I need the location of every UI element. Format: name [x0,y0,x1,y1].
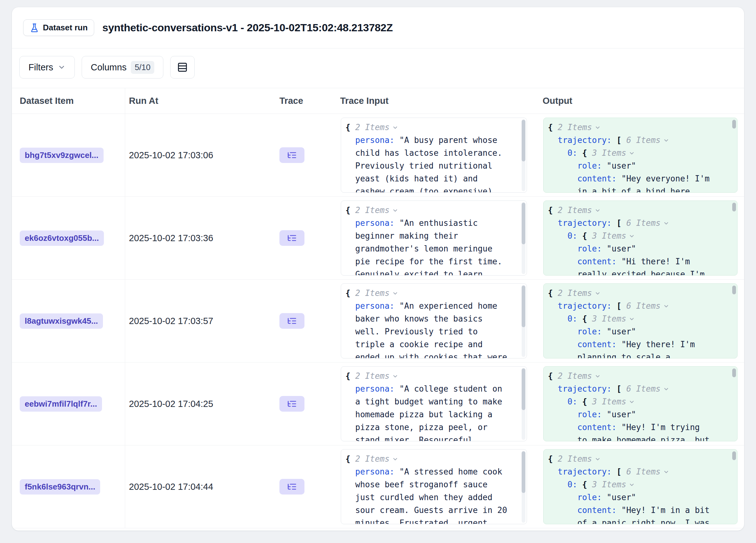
collapse-chevron-icon[interactable] [595,290,601,296]
collapse-chevron-icon[interactable] [392,208,398,214]
scrollbar-thumb[interactable] [732,120,736,129]
trace-view-button[interactable] [279,479,304,494]
table-row: bhg7t5xv9zgwcel... 2025-10-02 17:03:06 {… [12,114,744,197]
filters-button-label: Filters [28,62,53,73]
dataset-item-link[interactable]: f5nk6lse963qrvn... [20,479,100,494]
collapse-chevron-icon[interactable] [392,373,398,379]
collapse-chevron-icon[interactable] [663,220,669,227]
json-line: triple a cookie recipe and [345,338,516,351]
scrollbar-thumb[interactable] [732,451,736,460]
filters-button[interactable]: Filters [19,56,75,79]
output-cell: { 2 Itemstrajectory: [ 6 Items0: { 3 Ite… [543,362,744,445]
output-json-panel[interactable]: { 2 Itemstrajectory: [ 6 Items0: { 3 Ite… [543,366,738,441]
collapse-chevron-icon[interactable] [629,150,635,156]
run-at-value: 2025-10-02 17:03:36 [129,233,213,243]
column-header-dataset-item: Dataset Item [12,88,125,114]
output-json-panel[interactable]: { 2 Itemstrajectory: [ 6 Items0: { 3 Ite… [543,449,738,524]
row-height-button[interactable] [170,56,195,79]
trace-input-json-panel[interactable]: { 2 Itemspersona: "A busy parent whosech… [341,118,527,193]
trace-input-cell: { 2 Itemspersona: "A college student ona… [340,362,543,445]
json-line: trajectory: [ 6 Items [548,382,727,395]
list-tree-icon [287,316,297,326]
scrollbar-track [732,119,736,191]
scrollbar-thumb[interactable] [522,368,525,410]
scrollbar-track [732,285,736,357]
trace-view-button[interactable] [279,147,304,163]
column-header-trace: Trace [279,96,340,106]
scrollbar-thumb[interactable] [732,285,736,294]
collapse-chevron-icon[interactable] [392,456,398,462]
json-viewer: { 2 Itemstrajectory: [ 6 Items0: { 3 Ite… [548,287,727,358]
json-line: persona: "An enthusiastic [345,217,516,230]
scrollbar-thumb[interactable] [522,120,525,161]
scrollbar-track [522,119,525,191]
collapse-chevron-icon[interactable] [595,373,601,379]
collapse-chevron-icon[interactable] [663,386,669,392]
trace-input-json-panel[interactable]: { 2 Itemspersona: "An enthusiasticbeginn… [341,201,527,275]
scrollbar-thumb[interactable] [522,451,525,493]
json-line: pie recipe for the first time. [345,255,516,268]
json-line: grandmother's lemon meringue [345,243,516,255]
columns-button-label: Columns [91,62,126,73]
json-line: { 2 Items [345,121,516,134]
collapse-chevron-icon[interactable] [595,456,601,462]
json-line: planning to scale a [548,351,727,358]
dataset-item-link[interactable]: bhg7t5xv9zgwcel... [20,148,104,163]
scrollbar-thumb[interactable] [732,203,736,212]
collapse-chevron-icon[interactable] [663,303,669,309]
trace-input-json-panel[interactable]: { 2 Itemspersona: "A stressed home cookw… [341,449,527,524]
json-line: content: "Hey! I'm trying [548,421,727,434]
columns-button[interactable]: Columns 5/10 [82,56,163,79]
output-json-panel[interactable]: { 2 Itemstrajectory: [ 6 Items0: { 3 Ite… [543,118,738,193]
collapse-chevron-icon[interactable] [629,399,635,405]
trace-input-cell: { 2 Itemspersona: "A stressed home cookw… [340,445,543,528]
collapse-chevron-icon[interactable] [629,482,635,488]
table-row: l8agtuwxisgwk45... 2025-10-02 17:03:57 {… [12,279,744,362]
json-line: { 2 Items [345,287,516,300]
trace-cell [279,279,340,362]
json-line: baker who knows the basics [345,312,516,325]
json-line: persona: "A busy parent whose [345,134,516,147]
trace-view-button[interactable] [279,396,304,412]
run-at-cell: 2025-10-02 17:03:36 [125,197,279,279]
output-json-panel[interactable]: { 2 Itemstrajectory: [ 6 Items0: { 3 Ite… [543,283,738,358]
dataset-item-cell: f5nk6lse963qrvn... [12,445,125,528]
trace-view-button[interactable] [279,313,304,329]
dataset-run-badge: Dataset run [23,19,94,36]
json-line: whose beef stroganoff sauce [345,478,516,491]
collapse-chevron-icon[interactable] [663,469,669,475]
dataset-item-link[interactable]: ek6oz6vtoxg055b... [20,231,104,246]
output-cell: { 2 Itemstrajectory: [ 6 Items0: { 3 Ite… [543,197,744,279]
collapse-chevron-icon[interactable] [392,125,398,131]
run-at-cell: 2025-10-02 17:04:44 [125,445,279,528]
json-line: Previously tried nutritional [345,160,516,172]
output-json-panel[interactable]: { 2 Itemstrajectory: [ 6 Items0: { 3 Ite… [543,201,738,275]
trace-cell [279,114,340,197]
table-row: ek6oz6vtoxg055b... 2025-10-02 17:03:36 {… [12,197,744,279]
json-viewer: { 2 Itemstrajectory: [ 6 Items0: { 3 Ite… [548,453,727,524]
scrollbar-thumb[interactable] [732,368,736,377]
json-line: content: "Hey! I'm in a bit [548,504,727,517]
json-line: ended up with cookies that were [345,351,516,358]
page-title: synthetic-conversations-v1 - 2025-10-02T… [102,22,393,34]
json-line: trajectory: [ 6 Items [548,300,727,312]
collapse-chevron-icon[interactable] [595,208,601,214]
collapse-chevron-icon[interactable] [629,316,635,322]
collapse-chevron-icon[interactable] [595,125,601,131]
collapse-chevron-icon[interactable] [392,290,398,296]
json-line: content: "Hey there! I'm [548,338,727,351]
dataset-item-link[interactable]: l8agtuwxisgwk45... [20,313,103,329]
json-line: sour cream. Guests arrive in 20 [345,504,516,517]
trace-input-json-panel[interactable]: { 2 Itemspersona: "An experienced homeba… [341,283,527,358]
scrollbar-thumb[interactable] [522,203,525,244]
collapse-chevron-icon[interactable] [629,233,635,239]
json-line: pizza stone, pizza peel, or [345,421,516,434]
scrollbar-track [732,202,736,274]
scrollbar-track [732,451,736,523]
table-row: eebwi7mfil7lqlf7r... 2025-10-02 17:04:25… [12,362,744,445]
dataset-item-link[interactable]: eebwi7mfil7lqlf7r... [20,396,102,412]
scrollbar-thumb[interactable] [522,285,525,327]
trace-view-button[interactable] [279,230,304,246]
collapse-chevron-icon[interactable] [663,137,669,144]
trace-input-json-panel[interactable]: { 2 Itemspersona: "A college student ona… [341,366,527,441]
